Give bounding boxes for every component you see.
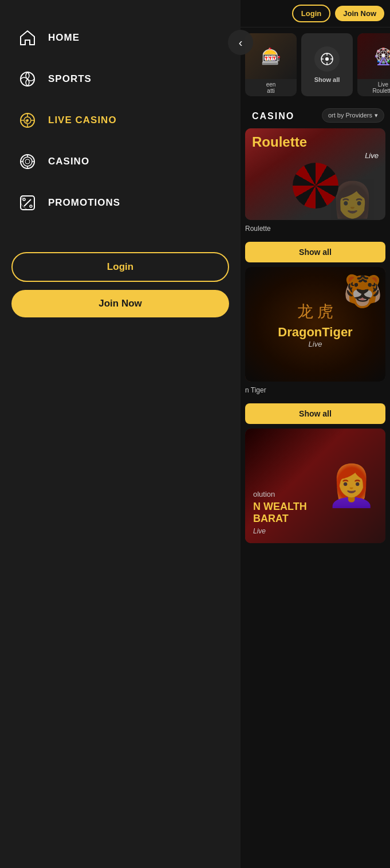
sidebar: HOME SPORTS [0, 0, 241, 868]
main-login-button[interactable]: Login [292, 5, 330, 22]
sidebar-item-label-promotions: PROMOTIONS [48, 197, 120, 209]
main-scroll[interactable]: 🎰 eenatti Show all [241, 28, 390, 867]
baccarat-game-card[interactable]: olution N WEALTHBARAT Live 👩‍🦰 [245, 429, 385, 543]
sort-chevron: ▾ [375, 112, 378, 119]
show-all-button-1[interactable]: Show all [245, 242, 385, 262]
sidebar-item-label-sports: SPORTS [48, 73, 92, 85]
thumb-card-roulette[interactable]: 🎡 LiveRoulette [357, 33, 390, 96]
home-icon [17, 28, 38, 48]
promotions-icon [17, 193, 38, 213]
svg-point-11 [25, 159, 30, 164]
roulette-label: Roulette [241, 222, 390, 237]
casino-icon [17, 151, 38, 172]
sidebar-item-label-livecasino: LIVE CASINO [48, 115, 117, 126]
thumbnail-row: 🎰 eenatti Show all [241, 28, 390, 102]
svg-point-10 [23, 157, 32, 166]
show-all-circle-top [314, 46, 340, 72]
casino-section-label: CASINO [246, 107, 300, 124]
main-join-button[interactable]: Join Now [335, 6, 384, 21]
sidebar-login-button[interactable]: Login [11, 252, 229, 282]
sidebar-item-sports[interactable]: SPORTS [11, 58, 229, 100]
sidebar-item-label-home: HOME [48, 32, 80, 44]
sidebar-item-live-casino[interactable]: $ LIVE CASINO [11, 100, 229, 141]
svg-point-18 [30, 205, 32, 207]
svg-point-17 [23, 198, 25, 201]
main-content: Login Join Now 🎰 eenatti [241, 0, 390, 868]
svg-point-20 [325, 57, 329, 61]
sidebar-item-casino[interactable]: CASINO [11, 141, 229, 182]
nav-items: HOME SPORTS [0, 0, 241, 241]
casino-section-row: CASINO ort by Providers ▾ [241, 102, 390, 126]
main-header: Login Join Now [241, 0, 390, 28]
show-all-card-top[interactable]: Show all [301, 33, 353, 96]
sidebar-buttons: Login Join Now [0, 241, 241, 329]
sidebar-item-home[interactable]: HOME [11, 17, 229, 58]
sidebar-join-button[interactable]: Join Now [11, 290, 229, 317]
show-all-text-top: Show all [314, 76, 340, 83]
dragon-label: n Tiger [241, 384, 390, 399]
thumb-label-roulette: LiveRoulette [357, 79, 390, 96]
sort-dropdown[interactable]: ort by Providers ▾ [322, 108, 384, 123]
sidebar-item-label-casino: CASINO [48, 156, 89, 167]
show-all-button-2[interactable]: Show all [245, 403, 385, 424]
sort-label: ort by Providers [328, 112, 372, 119]
sports-icon [17, 69, 38, 89]
svg-text:$: $ [25, 119, 28, 124]
dragon-game-card[interactable]: 龙 虎 DragonTiger Live 🐯 [245, 267, 385, 382]
thumb-label-1: eenatti [245, 79, 297, 96]
sidebar-item-promotions[interactable]: PROMOTIONS [11, 182, 229, 223]
live-casino-icon: $ [17, 110, 38, 131]
roulette-game-card[interactable]: Roulette Live 👩 [245, 128, 385, 220]
back-button[interactable]: ‹ [228, 30, 253, 55]
